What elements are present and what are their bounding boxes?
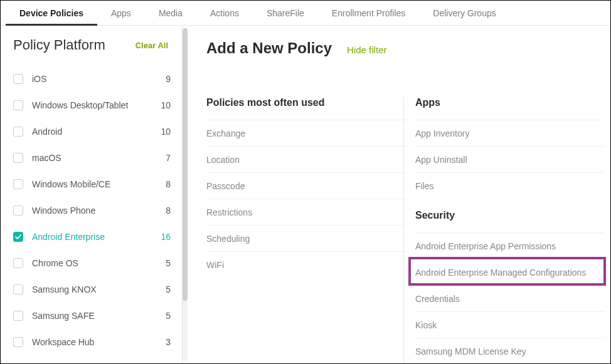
platform-count: 10	[156, 127, 174, 137]
top-tabs: Device PoliciesAppsMediaActionsShareFile…	[1, 1, 610, 26]
platform-label: Windows Mobile/CE	[32, 179, 156, 189]
policy-link-scheduling[interactable]: Scheduling	[206, 225, 407, 251]
platform-label: iOS	[32, 74, 156, 84]
page-title: Add a New Policy	[206, 39, 332, 57]
policy-link-android-enterprise-app-permissions[interactable]: Android Enterprise App Permissions	[415, 232, 604, 259]
platform-item-macos[interactable]: macOS7	[13, 145, 174, 171]
policy-column: Policies most often usedExchangeLocation…	[206, 97, 407, 363]
platform-item-windows-phone[interactable]: Windows Phone8	[13, 197, 174, 224]
checkbox-icon[interactable]	[13, 74, 23, 84]
platform-item-windows-desktop-tablet[interactable]: Windows Desktop/Tablet10	[13, 92, 174, 118]
policy-column: AppsApp InventoryApp UninstallFilesSecur…	[403, 97, 604, 363]
platform-label: macOS	[32, 153, 156, 163]
platform-item-workspace-hub[interactable]: Workspace Hub3	[13, 329, 174, 355]
platform-count: 7	[156, 153, 174, 163]
checkbox-icon[interactable]	[13, 153, 23, 163]
policy-link-kiosk[interactable]: Kiosk	[415, 311, 604, 338]
platform-count: 8	[156, 179, 174, 189]
policy-link-credentials[interactable]: Credentials	[415, 285, 604, 311]
platform-label: Android	[32, 127, 156, 137]
main-content: Add a New Policy Hide filter Policies mo…	[183, 26, 610, 363]
platform-count: 5	[156, 284, 174, 294]
tab-sharefile[interactable]: ShareFile	[253, 1, 318, 26]
policy-link-exchange[interactable]: Exchange	[206, 120, 407, 146]
tab-device-policies[interactable]: Device Policies	[6, 1, 97, 26]
platform-count: 5	[156, 258, 174, 268]
platform-label: Android Enterprise	[32, 232, 156, 242]
platform-count: 5	[156, 311, 174, 321]
platform-count: 16	[156, 232, 174, 242]
policy-link-restrictions[interactable]: Restrictions	[206, 199, 407, 225]
column-heading: Policies most often used	[206, 97, 407, 112]
sidebar: Policy Platform Clear All iOS9Windows De…	[1, 26, 183, 363]
platform-label: Windows Desktop/Tablet	[32, 100, 156, 110]
platform-count: 10	[156, 100, 174, 110]
tab-apps[interactable]: Apps	[97, 1, 145, 26]
platform-item-android[interactable]: Android10	[13, 118, 174, 145]
sidebar-scrollbar[interactable]	[183, 28, 188, 361]
tab-enrollment-profiles[interactable]: Enrollment Profiles	[318, 1, 420, 26]
checkbox-icon[interactable]	[13, 232, 23, 242]
platform-count: 8	[156, 205, 174, 216]
sidebar-scroll-thumb[interactable]	[183, 28, 188, 301]
clear-all-link[interactable]: Clear All	[135, 41, 168, 50]
platform-label: Chrome OS	[32, 258, 156, 268]
platform-label: Samsung SAFE	[32, 311, 156, 321]
policy-link-app-inventory[interactable]: App Inventory	[415, 120, 604, 146]
tab-actions[interactable]: Actions	[196, 1, 253, 26]
checkbox-icon[interactable]	[13, 311, 23, 321]
platform-count: 3	[156, 337, 174, 347]
checkbox-icon[interactable]	[13, 100, 23, 110]
checkbox-icon[interactable]	[13, 127, 23, 137]
platform-item-samsung-safe[interactable]: Samsung SAFE5	[13, 303, 174, 329]
sidebar-title: Policy Platform	[13, 37, 105, 53]
platform-item-ios[interactable]: iOS9	[13, 66, 174, 92]
platform-count: 9	[156, 74, 174, 84]
platform-item-windows-mobile-ce[interactable]: Windows Mobile/CE8	[13, 171, 174, 197]
platform-item-android-enterprise[interactable]: Android Enterprise16	[13, 224, 174, 250]
policy-link-samsung-mdm-license-key[interactable]: Samsung MDM License Key	[415, 338, 604, 363]
policy-link-wifi[interactable]: WiFi	[206, 251, 407, 278]
checkbox-icon[interactable]	[13, 337, 23, 347]
policy-link-app-uninstall[interactable]: App Uninstall	[415, 146, 604, 172]
checkbox-icon[interactable]	[13, 284, 23, 294]
checkbox-icon[interactable]	[13, 258, 23, 268]
column-heading: Apps	[415, 97, 604, 112]
tab-delivery-groups[interactable]: Delivery Groups	[419, 1, 509, 26]
platform-list: iOS9Windows Desktop/Tablet10Android10mac…	[13, 66, 174, 355]
platform-label: Windows Phone	[32, 205, 156, 216]
column-heading: Security	[415, 210, 604, 225]
checkbox-icon[interactable]	[13, 205, 23, 216]
policy-link-files[interactable]: Files	[415, 172, 604, 199]
policy-link-passcode[interactable]: Passcode	[206, 172, 407, 199]
platform-item-samsung-knox[interactable]: Samsung KNOX5	[13, 276, 174, 303]
checkbox-icon[interactable]	[13, 179, 23, 189]
hide-filter-link[interactable]: Hide filter	[347, 44, 386, 55]
platform-label: Workspace Hub	[32, 337, 156, 347]
policy-link-android-enterprise-managed-configurations[interactable]: Android Enterprise Managed Configuration…	[415, 259, 604, 285]
policy-link-location[interactable]: Location	[206, 146, 407, 172]
tab-media[interactable]: Media	[145, 1, 196, 26]
platform-label: Samsung KNOX	[32, 284, 156, 294]
platform-item-chrome-os[interactable]: Chrome OS5	[13, 250, 174, 276]
